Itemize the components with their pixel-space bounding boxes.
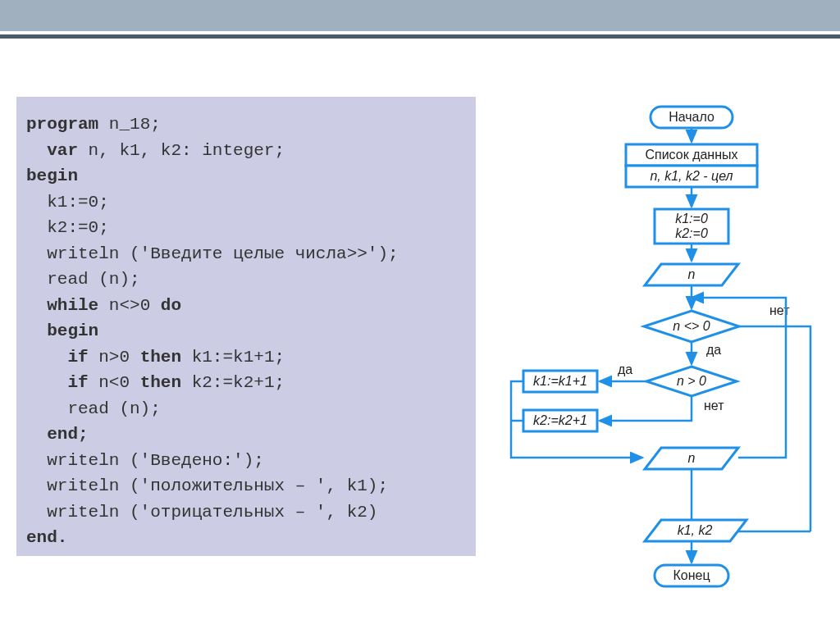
code-text: writeln ('Введено:'); — [26, 451, 264, 470]
kw-var: var — [26, 141, 78, 160]
kw-do: do — [161, 296, 181, 315]
fc-inc2-label: k2:=k2+1 — [533, 413, 587, 427]
fc-cond1-no: нет — [769, 303, 790, 317]
kw-end: end; — [26, 425, 89, 444]
kw-while: while — [26, 296, 98, 315]
fc-cond2-label: n > 0 — [677, 374, 706, 388]
fc-init2-label: k2:=0 — [675, 226, 708, 240]
fc-cond1-label: n <> 0 — [673, 319, 710, 333]
code-text: k2:=k2+1; — [181, 373, 285, 392]
code-text: n_18; — [98, 115, 161, 134]
code-text: k2:=0; — [26, 218, 109, 237]
code-text: n, k1, k2: integer; — [78, 141, 285, 160]
fc-input-n2-label: n — [688, 451, 696, 465]
code-text: writeln ('Введите целые числа>>'); — [26, 244, 399, 263]
fc-cond2-yes: да — [618, 362, 632, 376]
code-text: n<>0 — [98, 296, 161, 315]
kw-program: program — [26, 115, 98, 134]
kw-then: then — [140, 348, 181, 367]
fc-cond2-no: нет — [704, 399, 724, 412]
code-text: n>0 — [89, 348, 140, 367]
kw-if2: if — [26, 373, 89, 392]
fc-end-label: Конец — [673, 568, 710, 582]
code-text: n<0 — [89, 373, 140, 392]
fc-input-n-label: n — [688, 267, 696, 281]
fc-init1-label: k1:=0 — [675, 212, 708, 226]
fc-start-label: Начало — [669, 110, 714, 124]
code-block: program n_18; var n, k1, k2: integer; be… — [16, 97, 476, 556]
code-text: k1:=k1+1; — [181, 348, 285, 367]
code-text: writeln ('отрицательных – ', k2) — [26, 503, 377, 522]
header-band — [0, 0, 840, 31]
fc-cond1-yes: да — [706, 343, 721, 357]
code-text: read (n); — [26, 270, 140, 289]
kw-begin2: begin — [26, 321, 98, 340]
kw-end2: end. — [26, 528, 67, 547]
fc-vars-label: n, k1, k2 - цел — [650, 169, 733, 183]
flowchart: Начало Список данных n, k1, k2 - цел k1:… — [499, 97, 827, 622]
header-line — [0, 34, 840, 39]
fc-inc1-label: k1:=k1+1 — [533, 374, 587, 388]
fc-datalist-label: Список данных — [645, 148, 737, 162]
code-text: writeln ('положительных – ', k1); — [26, 476, 388, 495]
kw-then2: then — [140, 373, 181, 392]
code-text: k1:=0; — [26, 193, 109, 212]
kw-begin: begin — [26, 166, 78, 185]
kw-if: if — [26, 348, 89, 367]
code-text: read (n); — [26, 399, 161, 418]
fc-output-label: k1, k2 — [678, 523, 713, 537]
